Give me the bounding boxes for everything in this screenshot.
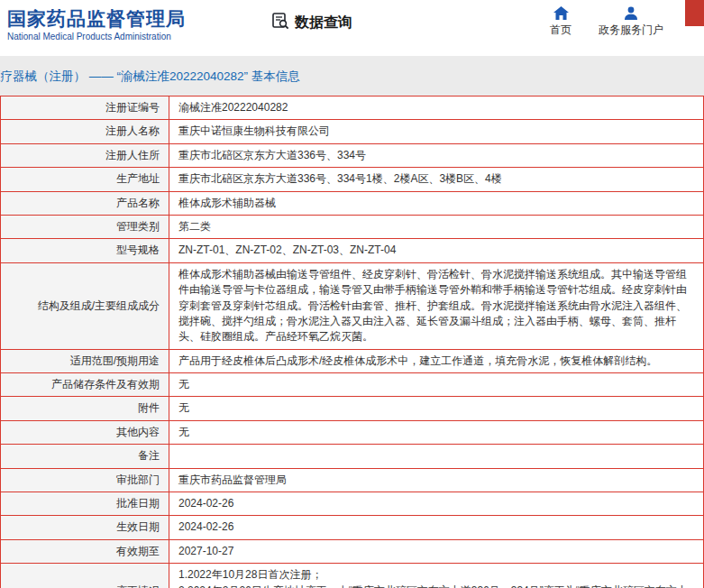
- table-row: 产品储存条件及有效期无: [1, 373, 704, 397]
- row-label: 产品储存条件及有效期: [1, 373, 169, 397]
- row-label: 附件: [1, 397, 169, 420]
- row-label: 注册人名称: [1, 120, 169, 143]
- row-label: 结构及组成/主要组成成分: [1, 262, 169, 349]
- table-row: 附件无: [1, 397, 704, 420]
- row-label: 生产地址: [1, 168, 169, 191]
- row-value: [169, 445, 704, 468]
- row-value: 无: [169, 420, 704, 444]
- table-row: 注册证编号渝械注准20222040282: [1, 96, 704, 120]
- table-row: 批准日期2024-02-26: [1, 492, 704, 516]
- row-value: 椎体成形术辅助器械: [169, 191, 704, 215]
- registration-info-table: 注册证编号渝械注准20222040282注册人名称重庆中诺恒康生物科技有限公司注…: [0, 96, 704, 588]
- row-value: 产品用于经皮椎体后凸成形术/经皮椎体成形术中，建立工作通道，填充骨水泥，恢复椎体…: [169, 349, 704, 372]
- nav-home[interactable]: 首页: [550, 6, 571, 38]
- site-header: 国家药品监督管理局 National Medical Products Admi…: [0, 0, 704, 56]
- row-label: 生效日期: [1, 516, 169, 539]
- table-row: 型号规格ZN-ZT-01、ZN-ZT-02、ZN-ZT-03、ZN-ZT-04: [1, 239, 704, 262]
- row-label: 变更情况: [1, 564, 169, 588]
- table-row: 注册人住所重庆市北碚区京东方大道336号、334号: [1, 143, 704, 167]
- row-label: 型号规格: [1, 239, 169, 262]
- corner-accent-button[interactable]: [685, 0, 704, 26]
- row-value: 重庆市北碚区京东方大道336号、334号: [169, 143, 704, 167]
- row-label: 有效期至: [1, 539, 169, 563]
- org-name-cn: 国家药品监督管理局: [7, 8, 186, 30]
- nav-portal-label: 政务服务门户: [599, 23, 663, 38]
- row-value: 1.2022年10月28日首次注册； 2.2024年2月26日生产地址变更：由“…: [169, 564, 704, 588]
- row-value: 椎体成形术辅助器械由输送导管组件、经皮穿刺针、骨活检针、骨水泥搅拌输送系统组成。…: [169, 262, 704, 349]
- nav-portal[interactable]: 政务服务门户: [599, 6, 663, 38]
- row-label: 注册证编号: [1, 96, 169, 120]
- table-row: 变更情况1.2022年10月28日首次注册； 2.2024年2月26日生产地址变…: [1, 564, 704, 588]
- row-label: 注册人住所: [1, 143, 169, 167]
- row-value: 重庆市药品监督管理局: [169, 468, 704, 492]
- row-label: 批准日期: [1, 492, 169, 516]
- row-label: 审批部门: [1, 468, 169, 492]
- data-query-title: 数据查询: [295, 14, 352, 32]
- table-row: 结构及组成/主要组成成分椎体成形术辅助器械由输送导管组件、经皮穿刺针、骨活检针、…: [1, 262, 704, 349]
- table-row: 其他内容无: [1, 420, 704, 444]
- data-query-icon: [271, 12, 289, 33]
- table-row: 备注: [1, 445, 704, 468]
- table-row: 生效日期2024-02-26: [1, 516, 704, 539]
- org-name-en: National Medical Products Administration: [7, 32, 186, 41]
- home-icon: [553, 6, 569, 20]
- row-label: 备注: [1, 445, 169, 468]
- row-value: 无: [169, 373, 704, 397]
- user-icon: [624, 6, 638, 20]
- table-row: 有效期至2027-10-27: [1, 539, 704, 563]
- data-query-section: 数据查询: [271, 12, 352, 33]
- row-value: 2027-10-27: [169, 539, 704, 563]
- row-value: 无: [169, 397, 704, 420]
- row-value: 2024-02-26: [169, 492, 704, 516]
- row-value: 第二类: [169, 215, 704, 238]
- header-nav: 首页 政务服务门户: [550, 0, 704, 38]
- row-value: 重庆中诺恒康生物科技有限公司: [169, 120, 704, 143]
- nmpa-logo: 国家药品监督管理局 National Medical Products Admi…: [0, 0, 186, 41]
- table-row: 审批部门重庆市药品监督管理局: [1, 468, 704, 492]
- row-label: 管理类别: [1, 215, 169, 238]
- row-value: 2024-02-26: [169, 516, 704, 539]
- table-row: 生产地址重庆市北碚区京东方大道336号、334号1楼、2楼A区、3楼B区、4楼: [1, 168, 704, 191]
- row-label: 其他内容: [1, 420, 169, 444]
- row-value: ZN-ZT-01、ZN-ZT-02、ZN-ZT-03、ZN-ZT-04: [169, 239, 704, 262]
- row-value: 重庆市北碚区京东方大道336号、334号1楼、2楼A区、3楼B区、4楼: [169, 168, 704, 191]
- page-title: 医疗器械（注册） —— “渝械注准20222040282” 基本信息: [0, 69, 704, 85]
- row-label: 产品名称: [1, 191, 169, 215]
- table-row: 适用范围/预期用途产品用于经皮椎体后凸成形术/经皮椎体成形术中，建立工作通道，填…: [1, 349, 704, 372]
- nav-home-label: 首页: [550, 23, 571, 38]
- main-content: 医疗器械（注册） —— “渝械注准20222040282” 基本信息 注册证编号…: [0, 56, 704, 588]
- row-label: 适用范围/预期用途: [1, 349, 169, 372]
- table-row: 注册人名称重庆中诺恒康生物科技有限公司: [1, 120, 704, 143]
- table-row: 管理类别第二类: [1, 215, 704, 238]
- table-row: 产品名称椎体成形术辅助器械: [1, 191, 704, 215]
- row-value: 渝械注准20222040282: [169, 96, 704, 120]
